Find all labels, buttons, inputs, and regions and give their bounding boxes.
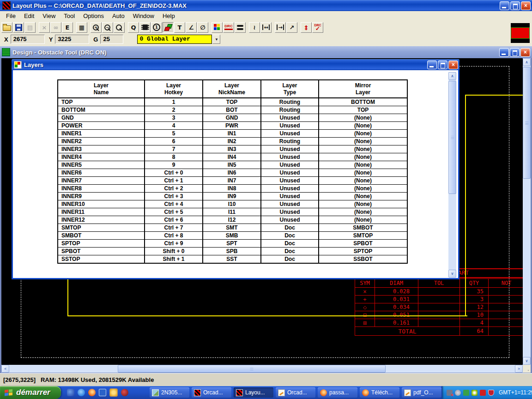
zoom-out-button[interactable]: − xyxy=(102,22,113,33)
dimension-button[interactable]: ∠ xyxy=(186,22,197,33)
layers-scroll-down-icon[interactable]: ∨ xyxy=(448,270,456,278)
menu-item-auto[interactable]: Auto xyxy=(108,12,129,21)
taskbar-task-passa-[interactable]: passa... xyxy=(318,387,357,398)
layer-cell[interactable]: (None) xyxy=(319,114,407,122)
layer-cell[interactable]: Unused xyxy=(261,145,319,153)
menu-item-edit[interactable]: Edit xyxy=(20,12,38,21)
menu-item-view[interactable]: View xyxy=(38,12,60,21)
layer-cell[interactable]: (None) xyxy=(319,177,407,185)
layer-cell[interactable]: SST xyxy=(203,255,261,264)
layer-cell[interactable]: INNER4 xyxy=(58,153,145,161)
layer-cell[interactable]: Ctrl + 5 xyxy=(145,208,203,216)
scroll-right-icon[interactable]: > xyxy=(515,365,523,373)
layers-scroll-thumb[interactable] xyxy=(448,81,456,194)
layer-select-arrow[interactable]: ▼ xyxy=(212,35,220,44)
layer-cell[interactable]: IN3 xyxy=(203,145,261,153)
taskbar-task-orcad-[interactable]: Orcad... xyxy=(276,387,315,398)
taskbar-task-layou-[interactable]: Layou... xyxy=(234,387,273,398)
layer-cell[interactable]: INNER6 xyxy=(58,169,145,177)
layer-cell[interactable]: (None) xyxy=(319,208,407,216)
layer-cell[interactable]: SPTOP xyxy=(319,248,407,255)
layer-cell[interactable]: PWR xyxy=(203,122,261,130)
layer-cell[interactable]: I12 xyxy=(203,216,261,224)
taskbar-task-2n305-[interactable]: 2N305... xyxy=(150,387,189,398)
layer-cell[interactable]: SMT xyxy=(203,224,261,232)
wireless-signal-icon[interactable] xyxy=(472,390,478,396)
layers-column-header[interactable]: MirrorLayer xyxy=(319,80,407,98)
layer-cell[interactable]: BOTTOM xyxy=(319,98,407,106)
vertical-scroll-thumb[interactable] xyxy=(523,67,531,179)
layers-restore-button[interactable] xyxy=(438,60,447,69)
layer-select[interactable]: 0 Global Layer ▼ xyxy=(137,35,220,44)
layer-cell[interactable]: IN1 xyxy=(203,130,261,138)
layer-cell[interactable]: SPBOT xyxy=(58,248,145,255)
layer-cell[interactable]: IN9 xyxy=(203,193,261,200)
layer-cell[interactable]: 2 xyxy=(145,106,203,114)
layer-cell[interactable]: 7 xyxy=(145,145,203,153)
firefox-quick-icon[interactable] xyxy=(88,389,96,396)
resize-grip[interactable] xyxy=(523,365,531,373)
layer-cell[interactable]: BOT xyxy=(203,106,261,114)
layer-cell[interactable]: I11 xyxy=(203,208,261,216)
layer-cell[interactable]: INNER10 xyxy=(58,200,145,208)
layer-cell[interactable]: IN8 xyxy=(203,185,261,193)
layer-cell[interactable]: (None) xyxy=(319,161,407,169)
layer-cell[interactable]: Ctrl + 3 xyxy=(145,193,203,200)
layer-cell[interactable]: TOP xyxy=(319,106,407,114)
layer-cell[interactable]: Shift + 1 xyxy=(145,255,203,264)
layer-cell[interactable]: Ctrl + 1 xyxy=(145,177,203,185)
design-close-button[interactable]: × xyxy=(520,48,530,57)
layer-cell[interactable]: IN6 xyxy=(203,169,261,177)
layer-cell[interactable]: Ctrl + 9 xyxy=(145,240,203,248)
minimize-button[interactable] xyxy=(500,1,509,10)
layer-cell[interactable]: 9 xyxy=(145,161,203,169)
layer-cell[interactable]: SPTOP xyxy=(58,240,145,248)
shove-track-button[interactable]: ↔ xyxy=(260,22,272,33)
layer-cell[interactable]: Doc xyxy=(261,248,319,255)
layer-cell[interactable]: INNER1 xyxy=(58,130,145,138)
scroll-down-icon[interactable]: ∨ xyxy=(523,357,531,365)
layer-cell[interactable]: Routing xyxy=(261,138,319,145)
layer-cell[interactable]: Ctrl + 6 xyxy=(145,216,203,224)
layer-cell[interactable]: INNER11 xyxy=(58,208,145,216)
horizontal-scroll-thumb[interactable] xyxy=(118,365,386,373)
start-button[interactable]: démarrer xyxy=(0,386,61,399)
y-coordinate-field[interactable]: 3225 xyxy=(55,35,89,44)
layer-cell[interactable]: SSTOP xyxy=(58,255,145,264)
design-minimize-button[interactable] xyxy=(499,48,509,57)
layer-cell[interactable]: (None) xyxy=(319,193,407,200)
find-button[interactable]: ∞ xyxy=(50,22,61,33)
edit-segment-button[interactable]: → xyxy=(275,22,286,33)
layers-column-header[interactable]: LayerType xyxy=(261,80,319,98)
layer-cell[interactable]: Routing xyxy=(261,106,319,114)
layer-cell[interactable]: Routing xyxy=(261,98,319,106)
network-disabled-icon[interactable] xyxy=(447,390,453,396)
layer-cell[interactable]: SPB xyxy=(203,248,261,255)
menu-item-tool[interactable]: Tool xyxy=(60,12,79,21)
layer-cell[interactable]: (None) xyxy=(319,138,407,145)
restore-button[interactable] xyxy=(510,1,520,10)
error-marker-button[interactable]: ‡ xyxy=(301,22,312,33)
layer-cell[interactable]: Ctrl + 8 xyxy=(145,232,203,240)
messenger-icon[interactable] xyxy=(67,389,74,396)
scroll-left-icon[interactable]: < xyxy=(1,365,9,373)
layer-cell[interactable]: GND xyxy=(58,114,145,122)
layers-column-header[interactable]: LayerNickName xyxy=(203,80,261,98)
menu-item-file[interactable]: File xyxy=(2,12,20,21)
layer-cell[interactable]: SMB xyxy=(203,232,261,240)
route-button[interactable]: ≀ xyxy=(249,22,260,33)
menu-item-window[interactable]: Window xyxy=(129,12,158,21)
layer-cell[interactable]: SPT xyxy=(203,240,261,248)
layer-cell[interactable]: Unused xyxy=(261,114,319,122)
layer-cell[interactable]: Doc xyxy=(261,240,319,248)
drc-check-button[interactable]: DRC xyxy=(312,22,323,33)
security-shield-icon[interactable] xyxy=(488,390,494,396)
design-restore-button[interactable] xyxy=(510,48,520,57)
obstacle-button[interactable] xyxy=(163,22,174,33)
layer-cell[interactable]: I10 xyxy=(203,200,261,208)
design-horizontal-scrollbar[interactable]: < > xyxy=(1,365,523,373)
network-icon[interactable] xyxy=(463,390,469,396)
layers-scroll-up-icon[interactable]: ∧ xyxy=(448,72,456,80)
antivirus-icon[interactable] xyxy=(480,390,486,396)
layer-cell[interactable]: 1 xyxy=(145,98,203,106)
